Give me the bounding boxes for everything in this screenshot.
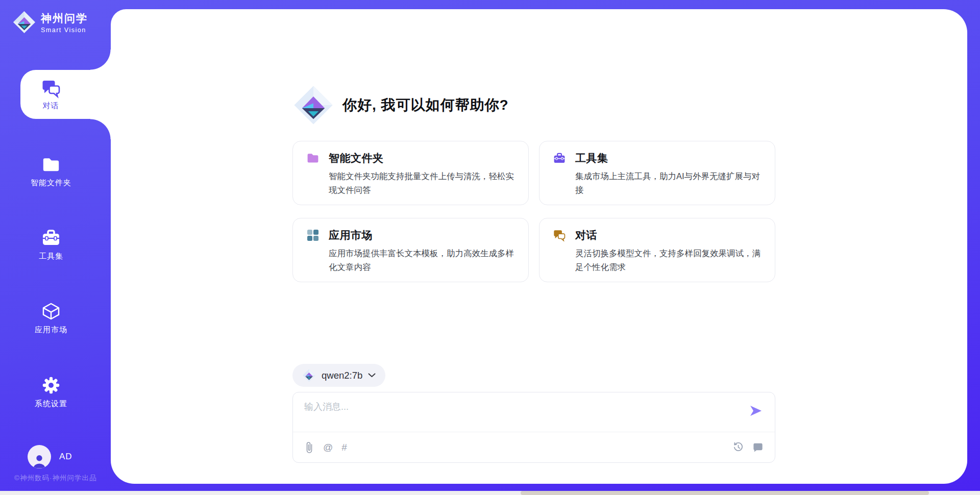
mention-icon[interactable]: @ [323,442,333,452]
sidebar-item-settings[interactable]: 系统设置 [0,375,102,409]
card-title: 应用市场 [329,228,373,242]
folder-icon [306,152,320,165]
message-composer: @ # [292,392,775,463]
card-chat[interactable]: 对话 灵活切换多模型文件，支持多样回复效果调试，满足个性化需求 [539,218,775,282]
sidebar-item-label: 工具集 [39,252,63,261]
gear-icon [41,375,61,395]
sidebar-item-smart-folder[interactable]: 智能文件夹 [0,155,102,188]
grid-icon [306,229,320,242]
copyright-footer: ©神州数码·神州问学出品 [14,474,96,483]
sidebar-item-chat[interactable]: 对话 [20,70,111,119]
card-description: 应用市场提供丰富长文本模板，助力高效生成多样化文章内容 [329,246,516,274]
user-name: AD [59,452,72,462]
card-title: 对话 [575,228,597,242]
avatar[interactable] [28,445,51,468]
chevron-down-icon [368,373,376,378]
card-description: 智能文件夹功能支持批量文件上传与清洗，轻松实现文件问答 [329,169,516,197]
sidebar-item-label: 智能文件夹 [31,178,71,188]
sidebar: 神州问学 Smart Vision 对话 智能文件夹 [0,0,111,491]
logo-diamond-icon [12,10,36,34]
logo-subtitle: Smart Vision [41,27,88,34]
card-smart-folder[interactable]: 智能文件夹 智能文件夹功能支持批量文件上传与清洗，轻松实现文件问答 [292,141,529,205]
message-input[interactable] [304,401,733,429]
folder-icon [41,155,61,175]
composer-toolbar: @ # [293,432,775,462]
app-logo: 神州问学 Smart Vision [12,10,88,34]
card-title: 工具集 [575,151,608,165]
briefcase-icon [41,228,61,248]
model-diamond-icon [302,368,316,382]
main-panel: 你好, 我可以如何帮助你? 智能文件夹 智能文件夹功能支持批量文件上传与清洗，轻… [111,9,967,484]
feature-cards: 智能文件夹 智能文件夹功能支持批量文件上传与清洗，轻松实现文件问答 [292,141,775,282]
hashtag-icon[interactable]: # [341,442,347,452]
greeting-block: 你好, 我可以如何帮助你? [292,84,509,126]
sidebar-item-toolset[interactable]: 工具集 [0,228,102,261]
briefcase-icon [553,152,566,165]
sidebar-item-label: 应用市场 [35,325,67,335]
app-background: 你好, 我可以如何帮助你? 智能文件夹 智能文件夹功能支持批量文件上传与清洗，轻… [0,0,980,495]
card-toolset[interactable]: 工具集 集成市场上主流工具，助力AI与外界无缝扩展与对接 [539,141,775,205]
history-icon[interactable] [732,441,744,453]
chat-bubbles-icon [553,229,566,242]
user-account[interactable]: AD [28,445,72,468]
attachment-icon[interactable] [304,441,314,454]
logo-title: 神州问学 [41,11,88,26]
card-app-market[interactable]: 应用市场 应用市场提供丰富长文本模板，助力高效生成多样化文章内容 [292,218,529,282]
horizontal-scrollbar[interactable] [0,491,980,495]
greeting-title: 你好, 我可以如何帮助你? [342,95,509,115]
card-description: 灵活切换多模型文件，支持多样回复效果调试，满足个性化需求 [575,246,763,274]
sidebar-item-label: 系统设置 [35,399,67,409]
chat-bubbles-icon [41,78,61,98]
sidebar-item-label: 对话 [43,101,59,111]
feedback-bubble-icon[interactable] [752,441,764,453]
card-description: 集成市场上主流工具，助力AI与外界无缝扩展与对接 [575,169,763,197]
scrollbar-thumb[interactable] [521,491,929,495]
sidebar-item-app-market[interactable]: 应用市场 [0,301,102,335]
send-icon[interactable] [748,404,763,418]
model-selector[interactable]: qwen2:7b [292,364,385,387]
cube-icon [41,301,61,321]
brand-diamond-logo [292,84,334,126]
model-name: qwen2:7b [322,370,362,381]
card-title: 智能文件夹 [329,151,384,165]
